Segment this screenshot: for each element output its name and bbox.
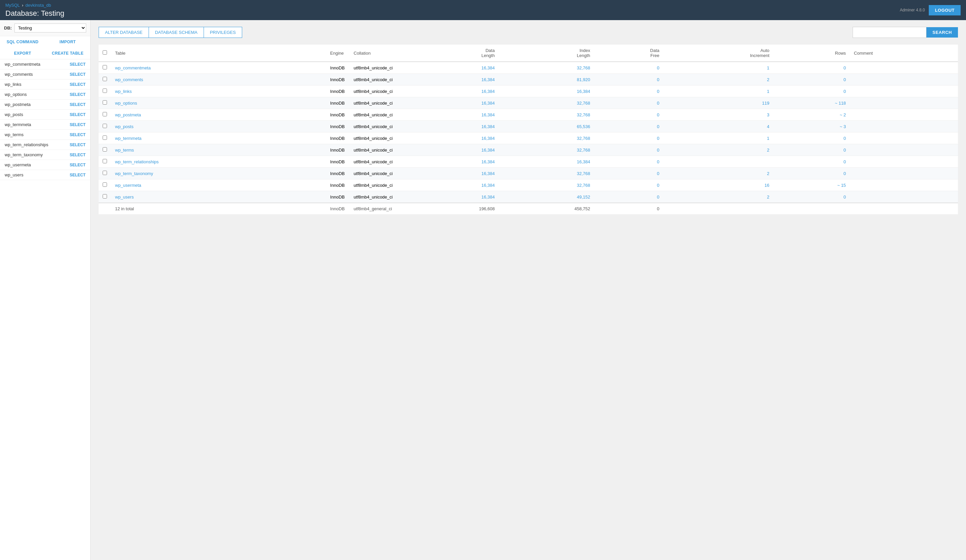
sidebar-select-link[interactable]: SELECT (70, 62, 85, 67)
row-auto-increment: 2 (664, 74, 774, 85)
header-left: MySQL › devkinsta_db Database: Testing (5, 3, 64, 18)
table-link[interactable]: wp_term_taxonomy (115, 171, 153, 176)
sidebar-table-name: wp_commentmeta (5, 62, 40, 67)
action-row: ALTER DATABASE DATABASE SCHEMA PRIVILEGE… (99, 27, 958, 38)
row-engine: InnoDB (326, 156, 350, 168)
table-link[interactable]: wp_comments (115, 77, 143, 82)
row-data-free: 0 (594, 85, 664, 97)
db-select[interactable]: Testing (15, 23, 86, 33)
row-table-name: wp_termmeta (111, 133, 326, 144)
sidebar-select-link[interactable]: SELECT (70, 112, 85, 117)
header-data-length: DataLength (403, 44, 499, 62)
sidebar-select-link[interactable]: SELECT (70, 82, 85, 87)
table-link[interactable]: wp_users (115, 194, 134, 200)
table-link[interactable]: wp_termmeta (115, 136, 141, 141)
row-rows: ~ 15 (774, 179, 850, 191)
sidebar-table-row: wp_commentmeta SELECT (0, 59, 90, 69)
row-checkbox[interactable] (103, 112, 107, 117)
sidebar-table-row: wp_terms SELECT (0, 130, 90, 140)
sidebar-select-link[interactable]: SELECT (70, 143, 85, 147)
import-button[interactable]: IMPORT (45, 36, 90, 48)
row-comment (850, 179, 958, 191)
select-all-checkbox[interactable] (103, 50, 107, 55)
breadcrumb-db[interactable]: devkinsta_db (25, 3, 51, 8)
search-input[interactable] (853, 27, 927, 38)
row-auto-increment: 3 (664, 109, 774, 121)
row-rows: 0 (774, 133, 850, 144)
row-data-free: 0 (594, 109, 664, 121)
sidebar-select-link[interactable]: SELECT (70, 92, 85, 97)
row-checkbox[interactable] (103, 194, 107, 199)
row-data-free: 0 (594, 121, 664, 133)
breadcrumb-mysql[interactable]: MySQL (5, 3, 20, 8)
export-button[interactable]: EXPORT (0, 48, 45, 59)
table-link[interactable]: wp_commentmeta (115, 66, 151, 71)
create-table-button[interactable]: CREATE TABLE (45, 48, 90, 59)
row-rows: ~ 118 (774, 97, 850, 109)
row-data-length: 16,384 (403, 191, 499, 203)
table-link[interactable]: wp_links (115, 89, 132, 94)
sidebar-select-link[interactable]: SELECT (70, 153, 85, 157)
row-engine: InnoDB (326, 74, 350, 85)
alter-database-button[interactable]: ALTER DATABASE (99, 27, 149, 38)
row-checkbox[interactable] (103, 100, 107, 105)
adminer-version: Adminer 4.8.0 (900, 8, 925, 12)
header-index-length: IndexLength (499, 44, 594, 62)
row-index-length: 65,536 (499, 121, 594, 133)
sidebar-select-link[interactable]: SELECT (70, 173, 85, 177)
sidebar-select-link[interactable]: SELECT (70, 122, 85, 127)
row-checkbox[interactable] (103, 65, 107, 69)
search-button[interactable]: SEARCH (927, 27, 958, 38)
sql-command-button[interactable]: SQL COMMAND (0, 36, 45, 48)
row-collation: utf8mb4_unicode_ci (350, 109, 403, 121)
row-engine: InnoDB (326, 133, 350, 144)
table-link[interactable]: wp_term_relationships (115, 159, 159, 164)
row-checkbox[interactable] (103, 124, 107, 128)
row-checkbox[interactable] (103, 135, 107, 140)
table-link[interactable]: wp_posts (115, 124, 133, 129)
row-data-free: 0 (594, 62, 664, 74)
sidebar-table-name: wp_usermeta (5, 162, 31, 168)
search-row: SEARCH (853, 27, 958, 38)
sidebar-select-link[interactable]: SELECT (70, 133, 85, 137)
row-checkbox[interactable] (103, 89, 107, 93)
row-table-name: wp_commentmeta (111, 62, 326, 74)
row-comment (850, 156, 958, 168)
sidebar-select-link[interactable]: SELECT (70, 102, 85, 107)
sidebar-select-link[interactable]: SELECT (70, 72, 85, 77)
sidebar-table-name: wp_links (5, 82, 21, 87)
row-index-length: 81,920 (499, 74, 594, 85)
sidebar-db-row: DB: Testing (0, 20, 90, 36)
row-data-length: 16,384 (403, 133, 499, 144)
privileges-button[interactable]: PRIVILEGES (204, 27, 242, 38)
logout-button[interactable]: LOGOUT (929, 5, 961, 15)
row-rows: 0 (774, 74, 850, 85)
database-schema-button[interactable]: DATABASE SCHEMA (149, 27, 204, 38)
table-row: wp_term_relationships InnoDB utf8mb4_uni… (99, 156, 958, 168)
row-checkbox[interactable] (103, 77, 107, 81)
row-checkbox[interactable] (103, 159, 107, 163)
table-link[interactable]: wp_options (115, 100, 137, 106)
row-comment (850, 191, 958, 203)
sidebar-table-name: wp_options (5, 92, 27, 97)
top-header: MySQL › devkinsta_db Database: Testing A… (0, 0, 966, 20)
row-rows: 0 (774, 156, 850, 168)
row-checkbox[interactable] (103, 182, 107, 187)
table-link[interactable]: wp_usermeta (115, 183, 141, 188)
header-right: Adminer 4.8.0 LOGOUT (900, 5, 961, 15)
header-engine: Engine (326, 44, 350, 62)
row-checkbox-cell (99, 144, 111, 156)
row-collation: utf8mb4_unicode_ci (350, 156, 403, 168)
row-checkbox[interactable] (103, 171, 107, 175)
row-data-free: 0 (594, 156, 664, 168)
row-index-length: 16,384 (499, 156, 594, 168)
table-link[interactable]: wp_postmeta (115, 112, 141, 117)
breadcrumb: MySQL › devkinsta_db (5, 3, 64, 8)
table-link[interactable]: wp_terms (115, 148, 134, 153)
row-auto-increment: 2 (664, 144, 774, 156)
sidebar-select-link[interactable]: SELECT (70, 163, 85, 168)
row-checkbox-cell (99, 74, 111, 85)
row-checkbox[interactable] (103, 147, 107, 151)
row-auto-increment: 2 (664, 191, 774, 203)
row-checkbox-cell (99, 97, 111, 109)
